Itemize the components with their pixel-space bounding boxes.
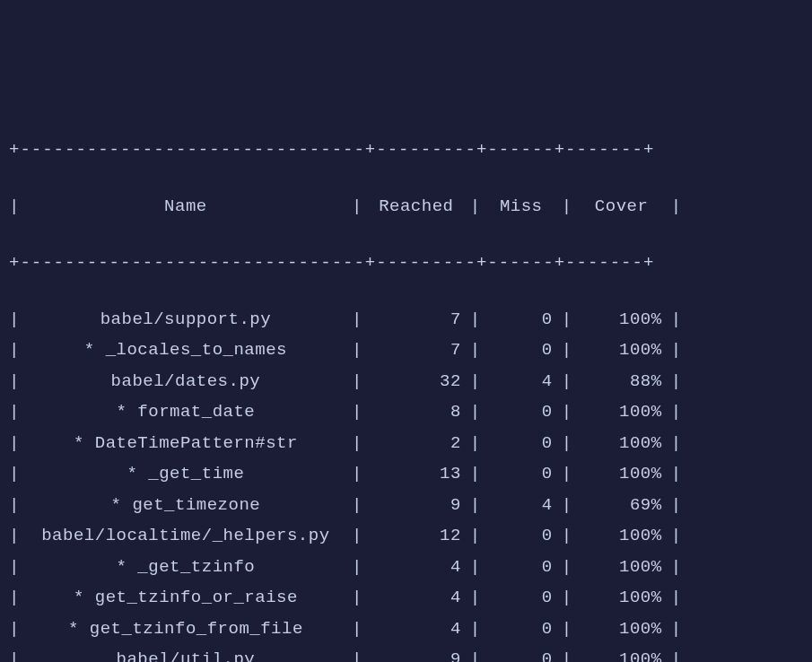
cell-cover: 100%	[572, 337, 671, 363]
table-row: |babel/util.py|9|0|100%|	[9, 647, 803, 662]
cell-name: * DateTimePattern#str	[20, 431, 352, 457]
cell-name: babel/dates.py	[20, 369, 352, 395]
table-row: |* get_tzinfo_or_raise|4|0|100%|	[9, 585, 803, 611]
table-header-row: |Name|Reached|Miss|Cover|	[9, 194, 803, 220]
cell-miss: 4	[481, 492, 562, 518]
cell-name: * get_tzinfo_or_raise	[20, 585, 352, 611]
table-row: |* _get_tzinfo|4|0|100%|	[9, 554, 803, 580]
table-row: |* format_date|8|0|100%|	[9, 399, 803, 425]
coverage-table: +-------------------------------+-------…	[9, 111, 803, 662]
cell-reached: 8	[362, 399, 470, 425]
cell-name: * _get_time	[20, 461, 352, 487]
header-miss: Miss	[481, 194, 562, 220]
cell-cover: 100%	[572, 431, 671, 457]
cell-miss: 0	[481, 461, 562, 487]
table-row: |* _get_time|13|0|100%|	[9, 461, 803, 487]
cell-reached: 2	[362, 431, 470, 457]
cell-name: babel/localtime/_helpers.py	[20, 523, 352, 549]
header-reached: Reached	[362, 194, 470, 220]
cell-cover: 100%	[572, 585, 671, 611]
cell-reached: 32	[362, 369, 470, 395]
header-cover: Cover	[572, 194, 671, 220]
table-row: |babel/localtime/_helpers.py|12|0|100%|	[9, 523, 803, 549]
table-row: |* get_timezone|9|4|69%|	[9, 492, 803, 518]
cell-cover: 100%	[572, 554, 671, 580]
table-row: |babel/dates.py|32|4|88%|	[9, 369, 803, 395]
cell-miss: 4	[481, 369, 562, 395]
cell-miss: 0	[481, 399, 562, 425]
cell-reached: 9	[362, 647, 470, 662]
cell-name: * format_date	[20, 399, 352, 425]
cell-cover: 100%	[572, 523, 671, 549]
cell-miss: 0	[481, 307, 562, 333]
table-row: |* get_tzinfo_from_file|4|0|100%|	[9, 616, 803, 642]
cell-cover: 100%	[572, 616, 671, 642]
cell-miss: 0	[481, 337, 562, 363]
cell-name: * _locales_to_names	[20, 337, 352, 363]
cell-reached: 7	[362, 337, 470, 363]
cell-name: * get_timezone	[20, 492, 352, 518]
cell-miss: 0	[481, 431, 562, 457]
cell-cover: 100%	[572, 647, 671, 662]
cell-reached: 9	[362, 492, 470, 518]
table-border-top: +-------------------------------+-------…	[9, 137, 803, 163]
cell-reached: 4	[362, 616, 470, 642]
cell-miss: 0	[481, 523, 562, 549]
table-border-mid: +-------------------------------+-------…	[9, 250, 803, 276]
cell-reached: 7	[362, 307, 470, 333]
cell-miss: 0	[481, 647, 562, 662]
cell-reached: 4	[362, 585, 470, 611]
cell-reached: 12	[362, 523, 470, 549]
cell-miss: 0	[481, 616, 562, 642]
table-row: |* _locales_to_names|7|0|100%|	[9, 337, 803, 363]
cell-name: babel/support.py	[20, 307, 352, 333]
cell-miss: 0	[481, 585, 562, 611]
cell-cover: 100%	[572, 399, 671, 425]
cell-reached: 13	[362, 461, 470, 487]
cell-name: * _get_tzinfo	[20, 554, 352, 580]
cell-cover: 88%	[572, 369, 671, 395]
cell-cover: 100%	[572, 307, 671, 333]
header-name: Name	[20, 194, 352, 220]
cell-reached: 4	[362, 554, 470, 580]
table-row: |* DateTimePattern#str|2|0|100%|	[9, 431, 803, 457]
cell-miss: 0	[481, 554, 562, 580]
cell-name: babel/util.py	[20, 647, 352, 662]
cell-name: * get_tzinfo_from_file	[20, 616, 352, 642]
table-row: |babel/support.py|7|0|100%|	[9, 307, 803, 333]
cell-cover: 69%	[572, 492, 671, 518]
cell-cover: 100%	[572, 461, 671, 487]
